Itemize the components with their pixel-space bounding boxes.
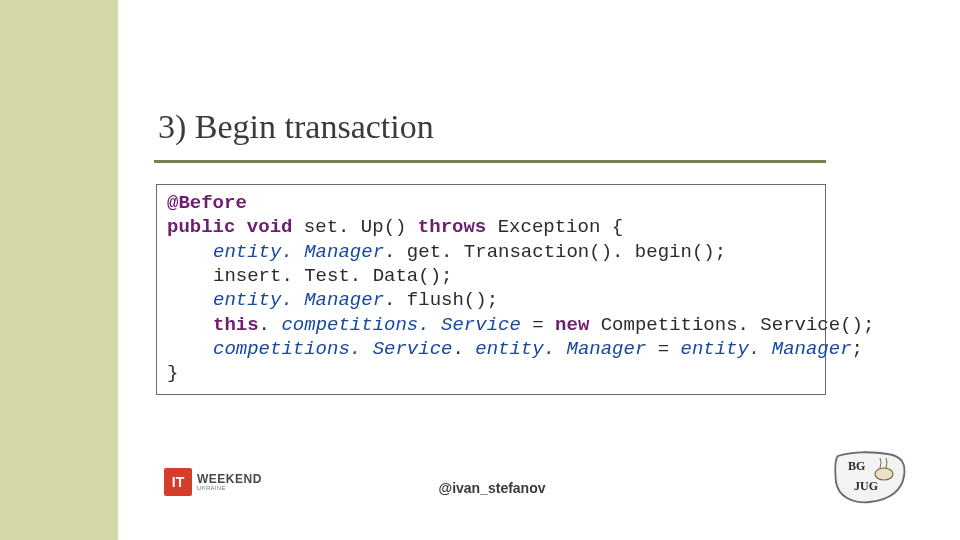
logo-bg-jug: BG JUG: [830, 450, 910, 506]
code-text: .: [259, 314, 282, 336]
code-text: Exception {: [486, 216, 623, 238]
keyword-this: this: [213, 314, 259, 336]
keyword-before: @Before: [167, 192, 247, 214]
code-line-2: public void set. Up() throws Exception {: [167, 215, 815, 239]
code-line-4: insert. Test. Data();: [167, 264, 815, 288]
code-ident: competitions. Service: [213, 338, 452, 360]
keyword-public: public: [167, 216, 235, 238]
code-ident: entity. Manager: [213, 241, 384, 263]
code-ident: entity. Manager: [213, 289, 384, 311]
code-block: @Before public void set. Up() throws Exc…: [156, 184, 826, 395]
code-line-7: competitions. Service. entity. Manager =…: [167, 337, 815, 361]
code-line-6: this. competitions. Service = new Compet…: [167, 313, 815, 337]
code-text: =: [646, 338, 680, 360]
code-text: =: [521, 314, 555, 336]
code-line-5: entity. Manager. flush();: [167, 288, 815, 312]
title-underline: [154, 160, 826, 163]
code-line-3: entity. Manager. get. Transaction(). beg…: [167, 240, 815, 264]
code-text: . get. Transaction(). begin();: [384, 241, 726, 263]
keyword-void: void: [247, 216, 293, 238]
footer: @ivan_stefanov: [156, 466, 828, 510]
code-ident: entity. Manager: [681, 338, 852, 360]
code-ident: entity. Manager: [475, 338, 646, 360]
code-text: Competitions. Service();: [589, 314, 874, 336]
code-text: . flush();: [384, 289, 498, 311]
code-text: }: [167, 362, 178, 384]
code-line-1: @Before: [167, 191, 815, 215]
code-ident: competitions. Service: [281, 314, 520, 336]
code-text: ;: [852, 338, 863, 360]
svg-text:BG: BG: [848, 459, 865, 473]
sidebar-decoration: [0, 0, 118, 540]
keyword-throws: throws: [418, 216, 486, 238]
code-text: set. Up(): [292, 216, 417, 238]
keyword-new: new: [555, 314, 589, 336]
footer-handle: @ivan_stefanov: [438, 480, 545, 496]
slide-title: 3) Begin transaction: [158, 108, 434, 146]
code-line-8: }: [167, 361, 815, 385]
svg-text:JUG: JUG: [854, 479, 878, 493]
code-text: .: [452, 338, 475, 360]
code-text: insert. Test. Data();: [213, 265, 452, 287]
sidebar-divider: [118, 0, 124, 540]
svg-point-2: [875, 468, 893, 480]
